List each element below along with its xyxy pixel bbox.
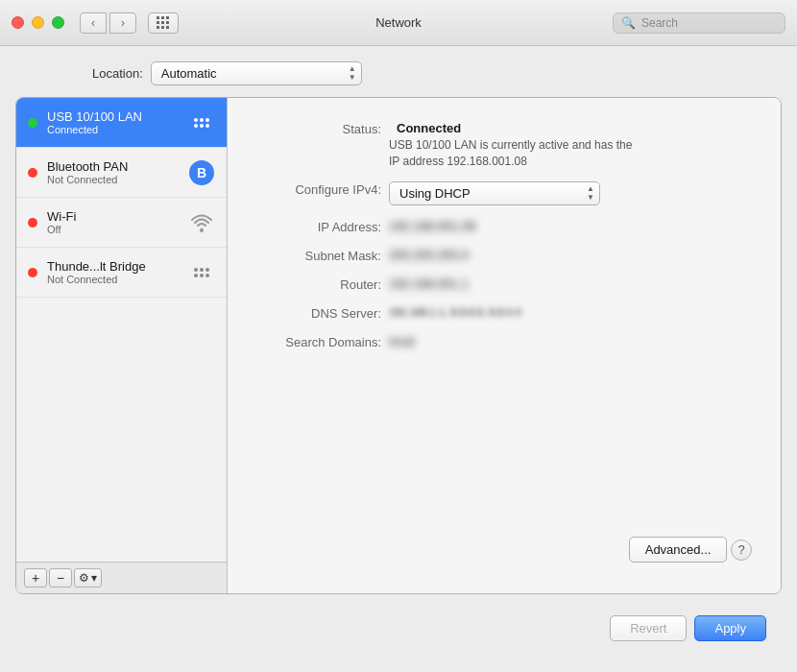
status-row: Status: Connected USB 10/100 LAN is curr… [256,121,752,168]
grid-icon [157,16,170,30]
network-info-thunderbolt: Thunde...lt Bridge Not Connected [47,259,179,285]
network-item-wifi[interactable]: Wi-Fi Off [16,198,227,248]
location-select-wrapper: Automatic ▲ ▼ [151,61,362,85]
subnet-mask-value: 255.255.255.0 [389,248,752,262]
status-value: Connected [397,121,632,135]
dns-server-value: 192.168.1.1, 8.8.8.8, 8.8.4.4 [389,305,752,318]
dns-server-row: DNS Server: 192.168.1.1, 8.8.8.8, 8.8.4.… [256,305,752,321]
search-domains-label: Search Domains: [256,334,381,349]
maximize-button[interactable] [52,16,64,29]
subnet-mask-row: Subnet Mask: 255.255.255.0 [256,248,752,263]
network-name-thunderbolt: Thunde...lt Bridge [47,259,179,274]
status-label: Status: [256,121,381,136]
network-name-usb-lan: USB 10/100 LAN [47,109,179,124]
configure-select-wrapper: Using DHCP ▲ ▼ [389,181,600,205]
network-status-usb-lan: Connected [47,124,179,135]
ip-address-label: IP Address: [256,219,381,234]
network-info-usb-lan: USB 10/100 LAN Connected [47,109,179,135]
router-value: 192.168.001.1 [389,276,752,291]
status-dot-wifi [28,218,37,228]
dots-icon [194,118,209,128]
status-dot-usb-lan [28,118,37,128]
network-status-bluetooth: Not Connected [47,174,179,185]
apply-button[interactable]: Apply [694,615,766,641]
minimize-button[interactable] [32,16,44,29]
thunderbolt-dots-icon [194,268,209,277]
bluetooth-circle: B [189,160,214,185]
wifi-svg [188,212,215,233]
svg-point-0 [200,228,204,232]
search-domains-row: Search Domains: local [256,334,752,349]
network-status-wifi: Off [47,224,179,235]
revert-button[interactable]: Revert [610,615,687,641]
location-select[interactable]: Automatic [151,61,362,85]
add-network-button[interactable]: + [24,568,47,588]
navigation-buttons: ‹ › [80,12,136,34]
advanced-row: Advanced... ? [256,537,752,563]
panels-container: USB 10/100 LAN Connected Bluetooth PA [15,97,782,594]
network-list: USB 10/100 LAN Connected Bluetooth PA [16,98,228,593]
network-status-thunderbolt: Not Connected [47,274,179,285]
bluetooth-icon: B [188,159,215,186]
network-info-bluetooth: Bluetooth PAN Not Connected [47,159,179,185]
gear-icon: ⚙ [79,571,89,585]
traffic-lights [12,16,64,29]
wifi-icon [188,209,215,236]
network-item-bluetooth[interactable]: Bluetooth PAN Not Connected B [16,148,227,198]
ip-address-value: 192.168.001.08 [389,219,752,233]
ip-address-row: IP Address: 192.168.001.08 [256,219,752,234]
search-bar[interactable]: 🔍 [613,12,785,34]
usb-lan-icon [188,109,215,136]
bottom-actions: Revert Apply [15,606,782,657]
main-content: Location: Automatic ▲ ▼ USB 10/100 LAN C… [0,46,797,672]
configure-ipv4-select[interactable]: Using DHCP [389,181,600,205]
status-description: USB 10/100 LAN is currently active and h… [389,138,632,152]
detail-panel: Status: Connected USB 10/100 LAN is curr… [228,98,781,593]
back-button[interactable]: ‹ [80,12,107,34]
subnet-mask-label: Subnet Mask: [256,248,381,263]
search-input[interactable] [641,16,777,30]
network-item-usb-lan[interactable]: USB 10/100 LAN Connected [16,98,227,148]
gear-menu-button[interactable]: ⚙ ▾ [74,568,102,588]
location-label: Location: [92,66,143,81]
configure-ipv4-row: Configure IPv4: Using DHCP ▲ ▼ [256,181,752,205]
network-name-wifi: Wi-Fi [47,209,179,224]
dns-server-label: DNS Server: [256,305,381,321]
network-info-wifi: Wi-Fi Off [47,209,179,235]
search-icon: 🔍 [621,16,636,30]
network-item-thunderbolt[interactable]: Thunde...lt Bridge Not Connected [16,248,227,298]
status-dot-bluetooth [28,168,37,178]
location-row: Location: Automatic ▲ ▼ [92,61,782,85]
title-bar: ‹ › Network 🔍 [0,0,797,46]
remove-network-button[interactable]: − [49,568,72,588]
gear-chevron-icon: ▾ [91,571,97,585]
network-name-bluetooth: Bluetooth PAN [47,159,179,174]
search-domains-value: local [389,334,752,348]
network-list-items: USB 10/100 LAN Connected Bluetooth PA [16,98,227,562]
close-button[interactable] [12,16,24,29]
thunderbolt-icon [188,259,215,286]
grid-view-button[interactable] [148,12,179,34]
router-row: Router: 192.168.001.1 [256,276,752,292]
configure-label: Configure IPv4: [256,181,381,197]
forward-button[interactable]: › [109,12,136,34]
status-dot-thunderbolt [28,268,37,277]
network-toolbar: + − ⚙ ▾ [16,562,227,593]
window-title: Network [375,15,422,30]
status-ip-blurred: IP address 192.168.001.08 [389,155,632,168]
help-button[interactable]: ? [731,540,752,561]
router-label: Router: [256,276,381,292]
advanced-button[interactable]: Advanced... [629,537,728,563]
